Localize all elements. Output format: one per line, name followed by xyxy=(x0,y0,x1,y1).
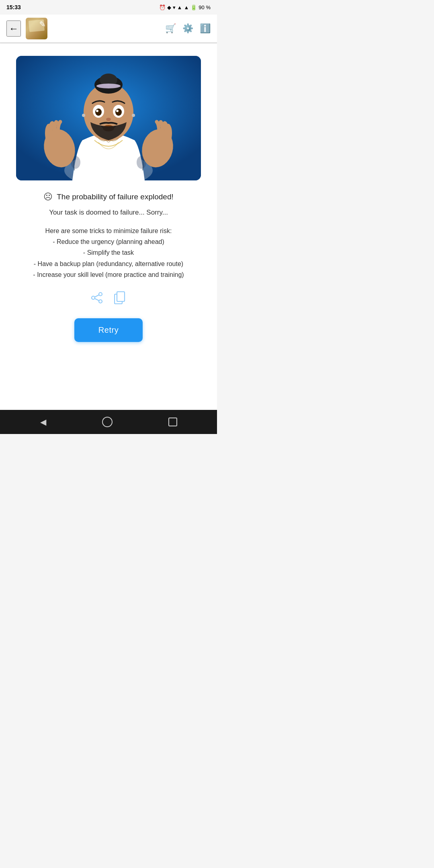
failure-image xyxy=(16,56,201,180)
alarm-icon: ⏰ xyxy=(159,4,166,10)
svg-point-21 xyxy=(99,293,102,296)
signal-icon-1: ▲ xyxy=(177,4,182,10)
svg-point-22 xyxy=(92,296,95,299)
status-bar: 15:33 ⏰ ◆ ▾ ▲ ▲ 🔋 90 % xyxy=(0,0,217,14)
svg-point-9 xyxy=(95,108,102,116)
retry-button[interactable]: Retry xyxy=(74,318,143,342)
svg-point-15 xyxy=(82,114,85,117)
svg-point-13 xyxy=(106,118,111,121)
failure-tips: Here are some tricks to minimize failure… xyxy=(29,225,188,280)
status-time: 15:33 xyxy=(6,4,21,10)
bottom-nav: ◀ xyxy=(0,410,217,434)
recents-nav-button[interactable] xyxy=(168,418,177,426)
svg-line-24 xyxy=(95,295,99,297)
cart-icon[interactable]: 🛒 xyxy=(165,23,176,34)
status-icons: ⏰ ◆ ▾ ▲ ▲ 🔋 90 % xyxy=(159,4,211,10)
copy-icon[interactable] xyxy=(114,291,126,307)
svg-point-23 xyxy=(99,300,102,303)
nfc-icon: ◆ xyxy=(167,4,171,10)
sad-face-icon: ☹ xyxy=(43,192,53,202)
action-icons xyxy=(91,291,126,307)
failure-title: ☹ The probability of failure exploded! xyxy=(43,192,173,202)
info-icon[interactable]: ℹ️ xyxy=(200,23,211,34)
svg-line-25 xyxy=(95,299,99,301)
back-nav-button[interactable]: ◀ xyxy=(40,417,46,427)
app-bar: ← 🛒 ⚙️ ℹ️ xyxy=(0,14,217,43)
failure-subtitle: Your task is doomed to failure... Sorry.… xyxy=(49,209,168,217)
app-bar-actions: 🛒 ⚙️ ℹ️ xyxy=(165,23,211,34)
back-button[interactable]: ← xyxy=(6,20,21,37)
svg-point-6 xyxy=(96,84,121,88)
main-content: ☹ The probability of failure exploded! Y… xyxy=(0,44,217,410)
signal-icon-2: ▲ xyxy=(184,4,189,10)
home-nav-button[interactable] xyxy=(102,417,113,427)
wifi-icon: ▾ xyxy=(173,4,176,10)
battery-icon: 🔋 xyxy=(190,4,197,10)
share-icon[interactable] xyxy=(91,292,103,307)
battery-percent: 90 % xyxy=(199,4,211,10)
app-logo xyxy=(26,18,47,39)
svg-point-16 xyxy=(132,114,135,117)
svg-rect-27 xyxy=(117,292,125,301)
settings-icon[interactable]: ⚙️ xyxy=(182,23,193,34)
svg-point-10 xyxy=(115,108,122,116)
svg-point-11 xyxy=(96,110,98,112)
svg-point-12 xyxy=(116,110,119,112)
